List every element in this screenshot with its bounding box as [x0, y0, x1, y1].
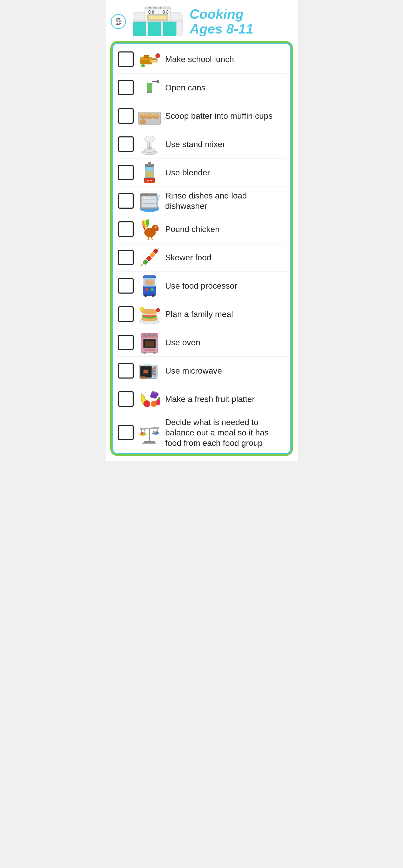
- label-use-stand-mixer: Use stand mixer: [165, 139, 285, 149]
- label-rinse-dishes: Rinse dishes and load dishwasher: [165, 190, 285, 211]
- icon-pound-chicken: [138, 219, 161, 240]
- label-plan-family-meal: Plan a family meal: [165, 309, 285, 319]
- svg-rect-99: [158, 308, 158, 309]
- label-use-oven: Use oven: [165, 337, 285, 348]
- svg-rect-108: [144, 349, 155, 351]
- svg-rect-116: [143, 370, 148, 373]
- list-item: Skewer food: [116, 243, 287, 272]
- svg-rect-107: [145, 341, 154, 347]
- svg-rect-53: [148, 162, 151, 164]
- svg-rect-134: [149, 429, 150, 442]
- svg-point-128: [150, 394, 154, 398]
- label-fruit-platter: Make a fresh fruit platter: [165, 394, 285, 404]
- svg-rect-121: [154, 373, 156, 374]
- list-item: Plan a family meal: [116, 300, 287, 329]
- svg-point-97: [140, 307, 144, 311]
- svg-point-39: [146, 119, 153, 124]
- svg-rect-60: [144, 197, 145, 199]
- svg-point-66: [157, 197, 159, 200]
- label-use-food-processor: Use food processor: [165, 281, 285, 291]
- svg-rect-118: [154, 367, 156, 369]
- label-skewer-food: Skewer food: [165, 252, 285, 263]
- svg-rect-82: [143, 286, 156, 296]
- svg-rect-14: [149, 16, 166, 19]
- svg-point-67: [158, 195, 160, 198]
- icon-scoop-batter: [138, 105, 161, 126]
- icon-rinse-dishes: [138, 190, 161, 211]
- list-item: Use blender: [116, 158, 287, 187]
- list-item: Open cans: [116, 73, 287, 102]
- checkbox-fruit-platter[interactable]: [118, 391, 134, 407]
- icon-plan-family-meal: [138, 304, 161, 324]
- checkbox-scoop-batter[interactable]: [118, 108, 134, 124]
- svg-rect-119: [154, 370, 156, 371]
- svg-rect-122: [154, 374, 156, 375]
- label-scoop-batter: Scoop batter into muffin cups: [165, 111, 285, 121]
- checkbox-use-microwave[interactable]: [118, 363, 134, 378]
- svg-rect-136: [142, 443, 157, 444]
- svg-rect-5: [154, 28, 156, 28]
- logo: THETRIPCLIP: [111, 14, 126, 29]
- list-item: Use oven: [116, 329, 287, 357]
- list-item: Use stand mixer: [116, 130, 287, 158]
- svg-point-41: [140, 113, 146, 116]
- svg-rect-54: [146, 179, 153, 180]
- checkbox-plan-family-meal[interactable]: [118, 306, 134, 322]
- svg-rect-62: [149, 197, 150, 199]
- svg-rect-86: [143, 276, 156, 278]
- list-item: Use food processor: [116, 272, 287, 300]
- checkbox-pound-chicken[interactable]: [118, 221, 134, 237]
- svg-point-147: [154, 431, 156, 434]
- checkbox-balance-meal[interactable]: [118, 425, 134, 440]
- svg-point-145: [141, 432, 143, 435]
- list-item: Pound chicken: [116, 215, 287, 243]
- svg-point-133: [158, 397, 160, 400]
- svg-point-148: [156, 431, 158, 433]
- list-item: Scoop batter into muffin cups: [116, 102, 287, 130]
- svg-point-88: [145, 288, 148, 291]
- svg-rect-21: [144, 55, 149, 57]
- checkbox-rinse-dishes[interactable]: [118, 193, 134, 209]
- svg-rect-61: [146, 197, 148, 199]
- svg-point-87: [145, 279, 154, 285]
- svg-point-84: [152, 294, 155, 297]
- icon-skewer-food: [138, 247, 161, 268]
- icon-use-oven: [138, 332, 161, 353]
- label-use-blender: Use blender: [165, 167, 285, 178]
- checkbox-use-blender[interactable]: [118, 165, 134, 180]
- header: THETRIPCLIP: [106, 0, 298, 41]
- label-open-cans: Open cans: [165, 82, 285, 93]
- icon-make-school-lunch: [138, 49, 161, 70]
- svg-point-40: [153, 119, 159, 124]
- checkbox-skewer-food[interactable]: [118, 250, 134, 265]
- svg-point-64: [145, 194, 146, 195]
- svg-rect-124: [141, 376, 145, 379]
- icon-balance-meal: [138, 422, 161, 443]
- checkbox-make-school-lunch[interactable]: [118, 52, 134, 67]
- svg-point-43: [153, 113, 159, 116]
- svg-point-28: [141, 64, 145, 67]
- svg-point-71: [156, 227, 157, 227]
- svg-point-16: [149, 7, 151, 8]
- svg-rect-120: [154, 371, 156, 372]
- checkbox-open-cans[interactable]: [118, 80, 134, 95]
- label-pound-chicken: Pound chicken: [165, 224, 285, 234]
- svg-point-83: [144, 294, 147, 297]
- icon-use-food-processor: [138, 275, 161, 296]
- svg-point-25: [150, 60, 158, 63]
- svg-point-103: [148, 334, 151, 337]
- icon-fruit-platter: [138, 389, 161, 409]
- svg-point-132: [151, 401, 157, 407]
- checkbox-use-stand-mixer[interactable]: [118, 136, 134, 152]
- checkbox-use-food-processor[interactable]: [118, 278, 134, 293]
- svg-rect-30: [147, 83, 152, 92]
- svg-point-89: [150, 288, 154, 291]
- label-make-school-lunch: Make school lunch: [165, 54, 285, 64]
- svg-line-75: [151, 237, 152, 240]
- label-use-microwave: Use microwave: [165, 366, 285, 376]
- list-item: Make a fresh fruit platter: [116, 385, 287, 413]
- svg-point-18: [160, 7, 161, 8]
- checkbox-use-oven[interactable]: [118, 335, 134, 350]
- svg-rect-123: [152, 368, 153, 375]
- svg-point-73: [157, 228, 159, 231]
